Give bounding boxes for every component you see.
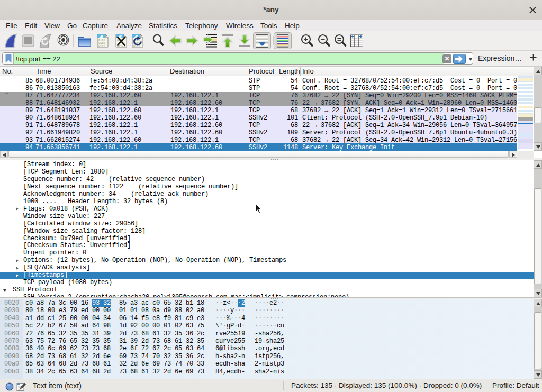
- svg-text:0111: 0111: [98, 45, 105, 48]
